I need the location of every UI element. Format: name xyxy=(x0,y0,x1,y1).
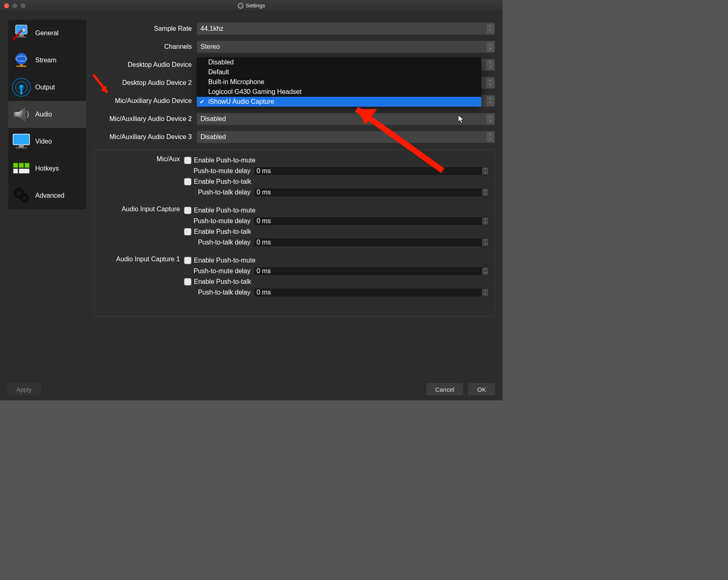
checkbox-label: Enable Push-to-mute xyxy=(194,257,255,264)
svg-rect-19 xyxy=(13,169,18,174)
ok-button[interactable]: OK xyxy=(468,383,495,395)
svg-rect-17 xyxy=(19,163,24,168)
cancel-button[interactable]: Cancel xyxy=(426,383,464,395)
checkbox[interactable] xyxy=(184,207,191,214)
checkbox[interactable] xyxy=(184,278,191,285)
hotkey-section: Audio Input CaptureEnable Push-to-mutePu… xyxy=(100,206,490,247)
sidebar-item-general[interactable]: General xyxy=(8,20,86,47)
delay-label: Push-to-mute delay xyxy=(184,167,251,175)
advanced-icon xyxy=(11,186,31,206)
stepper-icon xyxy=(487,60,494,70)
apply-button: Apply xyxy=(7,383,41,395)
sidebar-item-audio[interactable]: Audio xyxy=(8,101,86,128)
checkbox-label: Enable Push-to-talk xyxy=(194,278,251,285)
maximize-window-button[interactable] xyxy=(20,3,25,8)
hotkeys-icon xyxy=(11,159,31,178)
svg-rect-0 xyxy=(16,25,27,34)
stepper-icon xyxy=(487,78,494,88)
delay-spinbox[interactable]: 0 ms⌃⌄ xyxy=(254,267,490,276)
hotkey-section-label: Audio Input Capture xyxy=(100,206,184,247)
general-icon xyxy=(11,23,31,43)
delay-spinbox[interactable]: 0 ms⌃⌄ xyxy=(254,217,490,226)
sidebar-item-label: Audio xyxy=(35,111,52,118)
sample-rate-combo[interactable]: 44.1khz xyxy=(197,23,495,35)
settings-window: Settings General Stream xyxy=(0,0,503,400)
sidebar-item-label: Output xyxy=(35,84,55,91)
annotation-arrow-large xyxy=(348,101,447,175)
svg-rect-15 xyxy=(16,147,27,148)
video-icon xyxy=(11,132,31,151)
channels-combo[interactable]: Stereo xyxy=(197,41,495,53)
stepper-icon: ⌃⌄ xyxy=(482,267,489,275)
sidebar: General Stream Output xyxy=(8,20,86,372)
mouse-cursor-icon xyxy=(458,115,465,124)
stepper-icon xyxy=(487,132,494,142)
svg-rect-6 xyxy=(20,64,23,66)
stream-icon xyxy=(11,50,31,70)
svg-rect-14 xyxy=(19,145,24,147)
svg-point-23 xyxy=(17,192,20,195)
svg-point-4 xyxy=(16,53,27,64)
stepper-icon xyxy=(487,114,494,124)
hotkey-section: Audio Input Capture 1Enable Push-to-mute… xyxy=(100,256,490,297)
checkbox-label: Enable Push-to-talk xyxy=(194,178,251,185)
svg-rect-18 xyxy=(25,163,30,168)
checkbox-label: Enable Push-to-mute xyxy=(194,157,255,164)
dropdown-option[interactable]: Default xyxy=(197,67,481,77)
mic-aux3-combo[interactable]: Disabled xyxy=(197,131,495,143)
window-controls xyxy=(4,3,25,8)
stepper-icon: ⌃⌄ xyxy=(482,189,489,196)
delay-spinbox[interactable]: 0 ms⌃⌄ xyxy=(254,288,490,297)
checkbox[interactable] xyxy=(184,178,191,185)
sidebar-item-label: Hotkeys xyxy=(35,165,59,172)
svg-point-24 xyxy=(23,197,26,199)
hotkey-section-label: Audio Input Capture 1 xyxy=(100,256,184,297)
delay-spinbox[interactable]: 0 ms⌃⌄ xyxy=(254,188,490,197)
svg-point-12 xyxy=(20,85,23,88)
delay-label: Push-to-talk delay xyxy=(184,189,251,196)
delay-label: Push-to-mute delay xyxy=(184,217,251,225)
checkbox[interactable] xyxy=(184,228,191,235)
stepper-icon: ⌃⌄ xyxy=(482,217,489,225)
svg-rect-1 xyxy=(19,34,24,37)
stepper-icon xyxy=(487,42,494,52)
mic-aux-dropdown: DisabledDefaultBuilt-in MicrophoneLogico… xyxy=(197,57,481,107)
sidebar-item-label: Stream xyxy=(35,57,57,64)
stepper-icon: ⌃⌄ xyxy=(482,239,489,246)
sidebar-item-label: Advanced xyxy=(35,192,64,199)
dropdown-option[interactable]: Disabled xyxy=(197,57,481,67)
checkbox-label: Enable Push-to-talk xyxy=(194,228,251,235)
dropdown-option[interactable]: Built-in Microphone xyxy=(197,77,481,87)
mic-aux3-value: Disabled xyxy=(200,133,226,141)
sidebar-item-stream[interactable]: Stream xyxy=(8,47,86,74)
content-area: General Stream Output xyxy=(0,11,503,400)
checkbox[interactable] xyxy=(184,257,191,264)
sidebar-item-advanced[interactable]: Advanced xyxy=(8,182,86,209)
audio-icon xyxy=(11,105,31,124)
output-icon xyxy=(11,78,31,97)
annotation-arrow-small xyxy=(91,72,111,97)
sidebar-item-video[interactable]: Video xyxy=(8,128,86,155)
dialog-footer: Apply Cancel OK xyxy=(0,378,503,400)
mic-aux2-label: Mic/Auxiliary Audio Device 2 xyxy=(94,115,197,123)
delay-label: Push-to-talk delay xyxy=(184,289,251,296)
stepper-icon xyxy=(487,24,494,34)
svg-rect-7 xyxy=(16,66,26,67)
stepper-icon: ⌃⌄ xyxy=(482,289,489,296)
desktop-audio-label: Desktop Audio Device xyxy=(94,61,197,69)
mic-aux2-combo[interactable]: Disabled xyxy=(197,113,495,125)
close-window-button[interactable] xyxy=(4,3,9,8)
checkbox-label: Enable Push-to-mute xyxy=(194,207,255,214)
mic-aux3-label: Mic/Auxiliary Audio Device 3 xyxy=(94,133,197,141)
delay-label: Push-to-mute delay xyxy=(184,267,251,275)
dropdown-option[interactable]: Logicool G430 Gaming Headset xyxy=(197,87,481,97)
channels-label: Channels xyxy=(94,43,197,50)
sidebar-item-hotkeys[interactable]: Hotkeys xyxy=(8,155,86,182)
titlebar: Settings xyxy=(0,0,503,11)
mic-aux2-value: Disabled xyxy=(200,115,226,123)
checkbox[interactable] xyxy=(184,157,191,164)
minimize-window-button[interactable] xyxy=(12,3,17,8)
sample-rate-value: 44.1khz xyxy=(200,25,223,32)
sidebar-item-output[interactable]: Output xyxy=(8,74,86,101)
delay-spinbox[interactable]: 0 ms⌃⌄ xyxy=(254,238,490,247)
